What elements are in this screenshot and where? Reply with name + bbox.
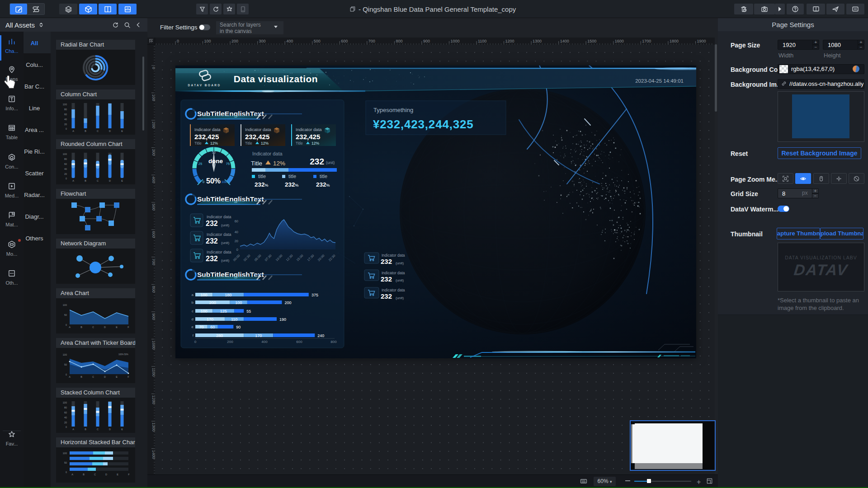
svg-text:100: 100 xyxy=(63,103,67,106)
svg-text:232: 232 xyxy=(310,157,324,166)
svg-text:40: 40 xyxy=(64,416,67,419)
svg-text:50%: 50% xyxy=(206,177,221,185)
svg-text:20: 20 xyxy=(64,173,67,175)
svg-text:B: B xyxy=(80,326,82,328)
svg-text:50: 50 xyxy=(64,314,67,316)
svg-text:Indicator data: Indicator data xyxy=(382,271,405,275)
svg-text:B: B xyxy=(80,375,82,378)
svg-text:400: 400 xyxy=(261,340,268,344)
svg-text:100: 100 xyxy=(151,94,155,101)
svg-text:100: 100 xyxy=(63,353,67,356)
svg-text:0: 0 xyxy=(151,67,155,69)
svg-text:1400: 1400 xyxy=(560,39,569,43)
svg-text:Title: Title xyxy=(194,141,202,145)
svg-text:A: A xyxy=(69,375,71,378)
svg-text:280: 280 xyxy=(216,333,223,338)
svg-text:232: 232 xyxy=(381,275,392,283)
svg-text:A: A xyxy=(72,428,74,431)
svg-text:1000: 1000 xyxy=(451,39,460,43)
svg-text:50: 50 xyxy=(64,363,67,366)
svg-text:B: B xyxy=(85,428,86,431)
svg-text:0: 0 xyxy=(203,180,204,184)
svg-text:700: 700 xyxy=(368,39,375,43)
svg-text:1500: 1500 xyxy=(587,39,596,43)
svg-text:190: 190 xyxy=(279,317,286,322)
svg-text:Indicator data: Indicator data xyxy=(207,232,231,237)
svg-text:110: 110 xyxy=(231,317,237,322)
svg-text:200: 200 xyxy=(231,39,238,43)
svg-text:C: C xyxy=(94,473,96,476)
svg-text:232: 232 xyxy=(381,258,392,265)
svg-text:600: 600 xyxy=(341,39,348,43)
svg-text:170: 170 xyxy=(207,317,213,322)
svg-text:F: F xyxy=(128,473,130,476)
svg-text:Data visualization: Data visualization xyxy=(234,74,318,84)
svg-text:300: 300 xyxy=(151,149,155,156)
svg-text:Indicator data: Indicator data xyxy=(245,127,271,132)
svg-text:done: done xyxy=(208,158,223,164)
svg-text:700: 700 xyxy=(151,258,155,265)
svg-text:80: 80 xyxy=(64,108,67,111)
svg-text:20: 20 xyxy=(64,123,67,126)
svg-text:25: 25 xyxy=(198,162,202,166)
svg-text:e: e xyxy=(192,325,194,329)
svg-text:Indicator data: Indicator data xyxy=(207,250,231,254)
svg-text:12%: 12% xyxy=(210,141,218,145)
svg-text:Typesomething: Typesomething xyxy=(373,107,413,113)
svg-text:title: title xyxy=(288,174,296,179)
svg-text:1700: 1700 xyxy=(642,39,651,43)
svg-text:1900: 1900 xyxy=(697,39,706,43)
svg-text:800: 800 xyxy=(151,286,155,292)
svg-text:40: 40 xyxy=(235,230,238,234)
svg-text:D: D xyxy=(109,130,111,132)
svg-text:¥232,423,244,325: ¥232,423,244,325 xyxy=(373,117,473,131)
svg-text:d: d xyxy=(192,317,193,321)
svg-text:12%: 12% xyxy=(311,141,319,145)
svg-text:A: A xyxy=(71,473,73,476)
svg-text:100: 100 xyxy=(204,39,211,43)
svg-text:E: E xyxy=(121,428,123,431)
svg-text:C: C xyxy=(92,326,94,328)
svg-text:(unit): (unit) xyxy=(326,160,335,165)
svg-text:b: b xyxy=(192,300,194,305)
svg-text:600: 600 xyxy=(296,340,302,344)
svg-text:title: title xyxy=(320,174,327,179)
svg-text:60: 60 xyxy=(64,411,67,414)
svg-text:500: 500 xyxy=(151,204,155,211)
svg-text:300: 300 xyxy=(259,39,266,43)
svg-text:200: 200 xyxy=(209,300,216,305)
svg-text:900: 900 xyxy=(151,313,155,320)
svg-text:A: A xyxy=(72,130,74,132)
svg-text:(unit): (unit) xyxy=(396,278,404,282)
svg-text:232,425: 232,425 xyxy=(194,133,219,141)
svg-text:E: E xyxy=(121,179,123,182)
svg-text:Title: Title xyxy=(251,160,262,167)
svg-text:E: E xyxy=(116,375,118,378)
svg-text:C: C xyxy=(92,375,94,378)
svg-text:E: E xyxy=(121,130,123,132)
svg-text:1100: 1100 xyxy=(478,39,486,43)
svg-text:800: 800 xyxy=(330,340,337,344)
svg-text:90: 90 xyxy=(236,325,241,329)
svg-text:2023-04-25 14:49:01: 2023-04-25 14:49:01 xyxy=(635,78,684,84)
svg-text:Indicator data: Indicator data xyxy=(382,253,405,258)
svg-text:500: 500 xyxy=(314,39,321,43)
svg-text:75: 75 xyxy=(226,162,230,166)
svg-text:232,425: 232,425 xyxy=(296,133,320,141)
svg-text:0: 0 xyxy=(194,340,197,344)
svg-text:40: 40 xyxy=(64,168,67,170)
svg-text:(unit): (unit) xyxy=(221,258,230,263)
svg-text:Title: Title xyxy=(245,141,252,145)
svg-text:375: 375 xyxy=(311,293,318,297)
svg-text:(unit): (unit) xyxy=(221,241,230,245)
svg-text:Indicator data: Indicator data xyxy=(207,215,231,219)
svg-text:600: 600 xyxy=(151,231,155,238)
svg-text:D: D xyxy=(105,473,107,476)
svg-text:D: D xyxy=(104,326,106,328)
svg-text:50: 50 xyxy=(212,151,216,154)
svg-text:Indicator data: Indicator data xyxy=(252,151,283,156)
svg-text:100: 100 xyxy=(63,153,67,155)
svg-text:F: F xyxy=(127,375,129,378)
svg-text:F: F xyxy=(127,326,129,328)
svg-text:60: 60 xyxy=(210,325,215,329)
